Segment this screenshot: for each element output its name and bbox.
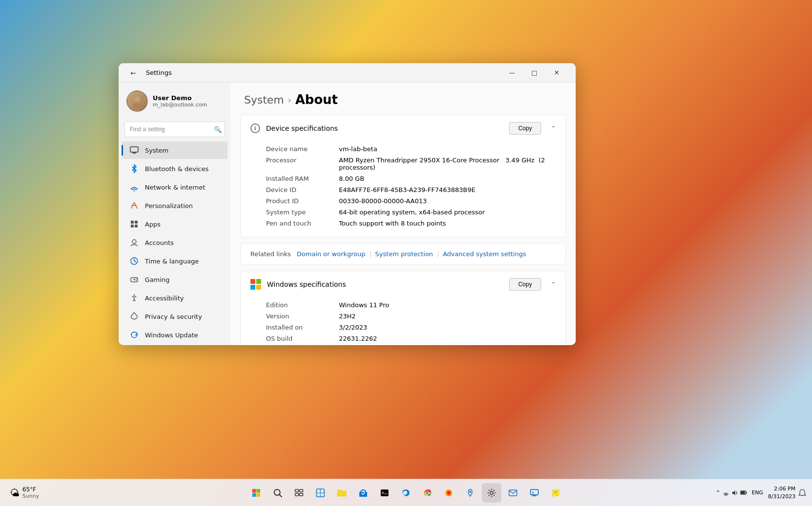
file-explorer-button[interactable] xyxy=(332,483,352,503)
accessibility-icon xyxy=(129,293,139,303)
windows-specs-section: Windows specifications Copy ⌃ Edition Wi… xyxy=(240,271,566,345)
edge-button[interactable] xyxy=(396,483,416,503)
gaming-icon xyxy=(129,275,139,284)
device-specs-section: i Device specifications Copy ⌃ Device na… xyxy=(240,115,566,237)
sidebar-item-accessibility[interactable]: Accessibility xyxy=(122,289,228,307)
svg-rect-26 xyxy=(295,493,299,496)
main-content: System › About i Device specifications C… xyxy=(230,83,576,345)
time-icon xyxy=(129,256,139,266)
related-link-protection[interactable]: System protection xyxy=(375,250,433,258)
info-icon: i xyxy=(250,123,260,133)
svg-rect-6 xyxy=(131,221,134,224)
notification-bell-icon[interactable] xyxy=(798,489,806,497)
sidebar-item-personalization[interactable]: Personalization xyxy=(122,197,228,214)
spec-row-ram: Installed RAM 8.00 GB xyxy=(266,173,556,184)
sidebar-label-bluetooth: Bluetooth & devices xyxy=(145,165,209,173)
network-icon xyxy=(129,182,139,192)
system-icon xyxy=(129,145,139,155)
privacy-icon xyxy=(129,312,139,321)
sidebar-item-gaming[interactable]: Gaming xyxy=(122,271,228,288)
svg-rect-24 xyxy=(295,489,299,492)
weather-condition: Sunny xyxy=(22,493,39,499)
sidebar-item-apps[interactable]: Apps xyxy=(122,215,228,233)
taskbar-right: ⌃ ENG 2:06 PM 8/31/202 xyxy=(716,485,806,500)
maps-button[interactable] xyxy=(460,483,480,503)
chrome-button[interactable] xyxy=(418,483,437,503)
svg-line-23 xyxy=(280,495,282,497)
svg-rect-7 xyxy=(135,221,138,224)
spec-row-processor: Processor AMD Ryzen Threadripper 2950X 1… xyxy=(266,155,556,173)
windows-specs-copy-button[interactable]: Copy xyxy=(509,278,541,291)
spec-value-os-build: 22631.2262 xyxy=(339,335,556,342)
spec-row-product-id: Product ID 00330-80000-00000-AA013 xyxy=(266,195,556,207)
windows-specs-header[interactable]: Windows specifications Copy ⌃ xyxy=(241,271,565,297)
spec-label-edition: Edition xyxy=(266,301,329,309)
device-specs-title: Device specifications xyxy=(266,124,503,132)
spec-row-device-id: Device ID E48AFF7E-6FF8-45B3-A239-FF7463… xyxy=(266,184,556,195)
weather-temp: 65°F xyxy=(22,486,39,493)
sidebar-item-time[interactable]: Time & language xyxy=(122,252,228,270)
taskbar-search-button[interactable] xyxy=(268,483,287,503)
user-info: User Demo m_lab@outlook.com xyxy=(153,94,207,108)
device-specs-copy-button[interactable]: Copy xyxy=(509,122,541,135)
svg-rect-44 xyxy=(530,489,538,495)
store-button[interactable] xyxy=(353,483,373,503)
spec-value-installed-on: 3/2/2023 xyxy=(339,324,556,331)
taskbar-clock[interactable]: 2:06 PM 8/31/2023 xyxy=(768,485,795,500)
spec-label-device-name: Device name xyxy=(266,145,329,153)
terminal-button[interactable] xyxy=(375,483,394,503)
svg-point-40 xyxy=(448,492,450,494)
breadcrumb-parent[interactable]: System xyxy=(244,94,284,106)
system-tray[interactable]: ⌃ xyxy=(716,489,747,496)
start-button[interactable] xyxy=(247,483,266,503)
related-sep-1: | xyxy=(370,251,371,258)
taskbar-weather[interactable]: 🌤 65°F Sunny xyxy=(6,484,43,501)
svg-rect-18 xyxy=(252,489,256,493)
back-button[interactable]: ← xyxy=(126,66,140,80)
remote-desktop-button[interactable] xyxy=(525,483,544,503)
sidebar-item-bluetooth[interactable]: Bluetooth & devices xyxy=(122,160,228,177)
related-links-section: Related links Domain or workgroup | Syst… xyxy=(240,243,566,265)
related-links-label: Related links xyxy=(250,250,291,258)
taskbar: 🌤 65°F Sunny xyxy=(0,479,812,506)
spec-label-product-id: Product ID xyxy=(266,197,329,205)
spec-row-os-build: OS build 22631.2262 xyxy=(266,333,556,344)
taskbar-settings-button[interactable] xyxy=(482,483,501,503)
mail-button[interactable] xyxy=(503,483,523,503)
minimize-button[interactable]: — xyxy=(501,65,523,81)
sidebar-item-update[interactable]: Windows Update xyxy=(122,326,228,344)
maximize-button[interactable]: □ xyxy=(523,65,546,81)
tray-chevron-icon[interactable]: ⌃ xyxy=(716,489,721,496)
sidebar-item-accounts[interactable]: Accounts xyxy=(122,234,228,251)
svg-rect-19 xyxy=(257,489,261,493)
spec-value-system-type: 64-bit operating system, x64-based proce… xyxy=(339,209,556,216)
sticky-notes-button[interactable] xyxy=(546,483,565,503)
spec-row-device-name: Device name vm-lab-beta xyxy=(266,143,556,155)
related-link-advanced[interactable]: Advanced system settings xyxy=(443,250,526,258)
sidebar-item-system[interactable]: System xyxy=(122,141,228,159)
svg-point-1 xyxy=(132,103,142,108)
clock-date: 8/31/2023 xyxy=(768,493,795,500)
spec-row-pen-touch: Pen and touch Touch support with 8 touch… xyxy=(266,218,556,229)
sidebar-label-system: System xyxy=(145,147,168,154)
user-section[interactable]: User Demo m_lab@outlook.com xyxy=(119,87,230,120)
widgets-button[interactable] xyxy=(311,483,330,503)
svg-rect-50 xyxy=(741,491,745,494)
svg-rect-8 xyxy=(131,225,134,227)
svg-rect-27 xyxy=(300,493,303,496)
related-link-domain[interactable]: Domain or workgroup xyxy=(297,250,365,258)
language-indicator[interactable]: ENG xyxy=(750,489,765,496)
close-button[interactable]: ✕ xyxy=(546,65,568,81)
search-icon[interactable]: 🔍 xyxy=(214,126,222,133)
sidebar-item-privacy[interactable]: Privacy & security xyxy=(122,308,228,325)
spec-value-version: 23H2 xyxy=(339,313,556,320)
sidebar: User Demo m_lab@outlook.com 🔍 xyxy=(119,83,230,345)
update-icon xyxy=(129,330,139,340)
sidebar-label-accounts: Accounts xyxy=(145,239,174,246)
search-input[interactable] xyxy=(124,122,225,137)
device-specs-header[interactable]: i Device specifications Copy ⌃ xyxy=(241,115,565,141)
sidebar-item-network[interactable]: Network & internet xyxy=(122,178,228,196)
taskview-button[interactable] xyxy=(289,483,309,503)
firefox-button[interactable] xyxy=(439,483,459,503)
svg-point-15 xyxy=(136,279,137,279)
